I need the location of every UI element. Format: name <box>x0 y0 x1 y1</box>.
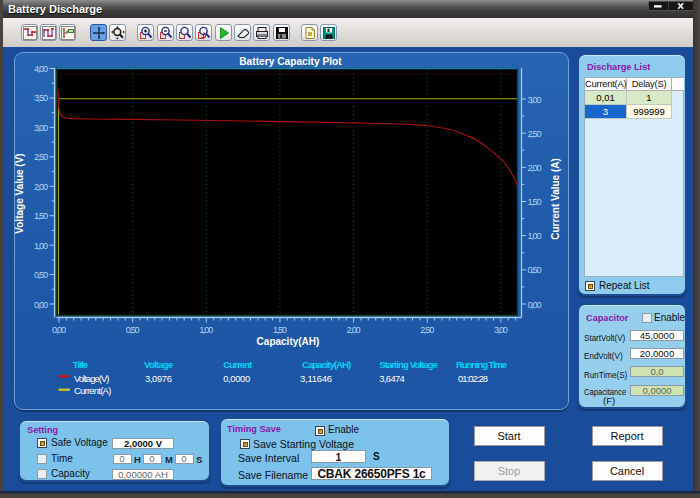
svg-text:2,50: 2,50 <box>34 152 48 162</box>
svg-text:2,50: 2,50 <box>420 325 434 335</box>
svg-text:3,11646: 3,11646 <box>300 373 332 384</box>
svg-text:3,00: 3,00 <box>494 325 508 335</box>
svg-text:2,00: 2,00 <box>34 182 48 192</box>
svg-text:Capacity(AH): Capacity(AH) <box>302 359 351 370</box>
svg-text:Title: Title <box>73 359 88 370</box>
svg-text:0,00: 0,00 <box>34 300 48 310</box>
svg-text:0,00: 0,00 <box>52 325 66 335</box>
svg-text:2,00: 2,00 <box>528 163 542 173</box>
svg-text:Running Time: Running Time <box>456 359 507 370</box>
svg-text:0,50: 0,50 <box>34 270 48 280</box>
svg-text:1,50: 1,50 <box>34 211 48 221</box>
svg-text:Voltage(V): Voltage(V) <box>74 373 110 384</box>
svg-text:Voltage: Voltage <box>144 359 173 370</box>
svg-text:1,00: 1,00 <box>34 241 48 251</box>
svg-text:01:02:28: 01:02:28 <box>458 373 488 384</box>
svg-text:3,50: 3,50 <box>34 93 48 103</box>
svg-text:Battery Capacity Plot: Battery Capacity Plot <box>239 56 342 67</box>
svg-text:Current(A): Current(A) <box>74 385 111 396</box>
svg-text:0,00: 0,00 <box>528 300 542 310</box>
svg-text:Current: Current <box>223 359 253 370</box>
svg-text:1,50: 1,50 <box>273 325 287 335</box>
svg-text:4,00: 4,00 <box>34 64 48 74</box>
svg-text:0,50: 0,50 <box>528 265 542 275</box>
svg-text:1,00: 1,00 <box>528 231 542 241</box>
svg-text:3,00: 3,00 <box>34 123 48 133</box>
svg-text:2,00: 2,00 <box>347 325 361 335</box>
svg-text:3,0976: 3,0976 <box>145 373 172 384</box>
svg-text:3,00: 3,00 <box>528 95 542 105</box>
svg-text:3,6474: 3,6474 <box>379 373 405 384</box>
svg-text:Capacity(AH): Capacity(AH) <box>257 336 320 347</box>
svg-text:1,00: 1,00 <box>199 325 213 335</box>
svg-text:Starting Voltage: Starting Voltage <box>379 359 438 370</box>
svg-text:0,50: 0,50 <box>126 325 140 335</box>
svg-text:0,0000: 0,0000 <box>223 373 250 384</box>
svg-text:Voltage Value (V): Voltage Value (V) <box>14 153 25 233</box>
svg-text:Current Value (A): Current Value (A) <box>550 158 561 240</box>
svg-text:2,50: 2,50 <box>528 129 542 139</box>
svg-text:1,50: 1,50 <box>528 197 542 207</box>
